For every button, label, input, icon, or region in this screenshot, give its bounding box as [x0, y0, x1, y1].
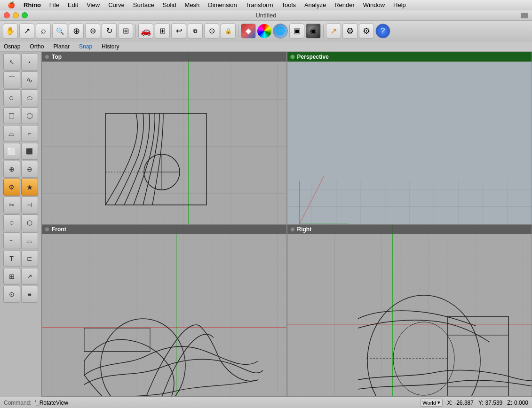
menu-rhino[interactable]: Rhino — [20, 1, 45, 9]
pan-tool-button[interactable]: ✋ — [3, 24, 18, 39]
minimize-button[interactable] — [13, 12, 19, 18]
zoom-out-button[interactable]: ⊖ — [85, 24, 100, 39]
planar-toggle[interactable]: Planar — [53, 43, 70, 50]
window-title: Untitled — [255, 12, 276, 19]
undo-button[interactable]: ↩ — [171, 24, 186, 39]
dim-1-button[interactable]: ○ — [3, 214, 20, 231]
point-tool-button[interactable]: · — [21, 54, 38, 71]
osnap-toggle[interactable]: Osnap — [4, 43, 20, 50]
boolean-union-button[interactable]: ⊕ — [3, 161, 20, 178]
surface-button[interactable]: ⬜ — [3, 143, 20, 160]
menu-view[interactable]: View — [83, 1, 103, 9]
menu-tools[interactable]: Tools — [278, 1, 300, 9]
curve3-button[interactable]: ⌓ — [21, 232, 38, 249]
car-icon-button[interactable]: 🚗 — [138, 24, 153, 39]
zoom-in-button[interactable]: ⊕ — [69, 24, 84, 39]
perspective-viewport-dot — [290, 55, 295, 59]
menu-transform[interactable]: Transform — [242, 1, 277, 9]
freeform-button[interactable]: ∿ — [21, 71, 38, 88]
snap-toggle[interactable]: Snap — [79, 43, 92, 50]
arc-button[interactable]: ⌓ — [3, 125, 20, 142]
trim-button[interactable]: ✂ — [3, 196, 20, 213]
rectangle-button[interactable]: □ — [3, 107, 20, 124]
window-resize-button[interactable] — [521, 13, 528, 18]
analyze-button[interactable]: ⊙ — [3, 286, 20, 303]
menu-solid[interactable]: Solid — [159, 1, 180, 9]
x-label: X: — [447, 400, 453, 406]
world-dropdown-arrow[interactable]: ▾ — [437, 400, 440, 406]
y-label: Y: — [478, 400, 484, 406]
menu-render[interactable]: Render — [331, 1, 358, 9]
lt-row-10: ○ ⬡ — [3, 214, 38, 231]
help-button[interactable]: ? — [375, 24, 390, 39]
circle-button[interactable]: ○ — [3, 89, 20, 106]
perspective-viewport[interactable]: Perspective — [287, 52, 532, 224]
fillet-button[interactable]: ⌐ — [21, 125, 38, 142]
main-toolbar: ✋ ↗ ⌕ 🔍 ⊕ ⊖ ↻ ⊞ 🚗 ⊞ ↩ ⧉ ⊙ 🔒 ◆ 🌐 ▣ ◉ ↗ ⚙ … — [0, 21, 532, 41]
render-preview-button[interactable]: ◆ — [241, 24, 256, 39]
gear-button-2[interactable]: ⚙ — [359, 24, 374, 39]
lt-row-7: ⊕ ⊖ — [3, 161, 38, 178]
menu-mesh[interactable]: Mesh — [181, 1, 204, 9]
dim-2-button[interactable]: ⬡ — [21, 214, 38, 231]
right-viewport[interactable]: Right — [287, 224, 532, 397]
front-viewport-title: Front — [52, 226, 66, 233]
globe-button[interactable]: 🌐 — [273, 24, 288, 39]
extrude-button[interactable]: ⬛ — [21, 143, 38, 160]
ortho-toggle[interactable]: Ortho — [30, 43, 44, 50]
obj-prop-button[interactable]: ↗ — [21, 268, 38, 285]
star-active-button[interactable]: ★ — [21, 179, 38, 196]
scale-button[interactable]: ⊙ — [204, 24, 219, 39]
select-button[interactable]: ↗ — [19, 24, 34, 39]
menu-edit[interactable]: Edit — [64, 1, 82, 9]
svg-rect-28 — [42, 225, 286, 396]
arrow-right-button[interactable]: ↗ — [326, 24, 341, 39]
snap-grid-button[interactable]: ⊞ — [155, 24, 170, 39]
select-arrow-button[interactable]: ↖ — [3, 54, 20, 71]
grid-toggle-button[interactable]: ⊞ — [118, 24, 133, 39]
rotate-view-button[interactable]: ↻ — [102, 24, 117, 39]
lt-row-5: ⌓ ⌐ — [3, 125, 38, 142]
ellipse-button[interactable]: ⬭ — [21, 89, 38, 106]
gear-button-1[interactable]: ⚙ — [342, 24, 357, 39]
close-button[interactable] — [4, 12, 10, 18]
menu-surface[interactable]: Surface — [129, 1, 158, 9]
menu-analyze[interactable]: Analyze — [301, 1, 330, 9]
maximize-button[interactable] — [22, 12, 28, 18]
color-wheel-button[interactable] — [257, 24, 271, 38]
menu-file[interactable]: File — [46, 1, 63, 9]
front-viewport-grid: OceanofDMG — [42, 225, 286, 396]
history-toggle[interactable]: History — [102, 43, 119, 50]
arc2-button[interactable]: ~ — [3, 232, 20, 249]
polygon-button[interactable]: ⬡ — [21, 107, 38, 124]
hatch-button[interactable]: ⊞ — [3, 268, 20, 285]
menu-window[interactable]: Window — [359, 1, 389, 9]
copy-button[interactable]: ⧉ — [188, 24, 203, 39]
left-toolbar: ↖ · ⌒ ∿ ○ ⬭ □ ⬡ ⌓ ⌐ ⬜ ⬛ ⊕ ⊖ ⚙ ★ — [0, 52, 41, 397]
material-button[interactable]: ◉ — [306, 24, 321, 39]
leader-button[interactable]: ⊏ — [21, 250, 38, 267]
lt-row-1: ↖ · — [3, 54, 38, 71]
right-viewport-title: Right — [297, 226, 312, 233]
snap-bar: Osnap Ortho Planar Snap History — [0, 41, 532, 52]
menu-dimension[interactable]: Dimension — [204, 1, 240, 9]
zoom-window-button[interactable]: 🔍 — [52, 24, 67, 39]
layers-button[interactable]: ≡ — [21, 286, 38, 303]
world-selector[interactable]: World ▾ — [420, 399, 443, 407]
menu-curve[interactable]: Curve — [104, 1, 128, 9]
boolean-diff-button[interactable]: ⊖ — [21, 161, 38, 178]
display-mode-button[interactable]: ▣ — [289, 24, 304, 39]
text-button[interactable]: T — [3, 250, 20, 267]
viewport-status-dot — [45, 55, 49, 59]
gear-active-button[interactable]: ⚙ — [3, 179, 20, 196]
top-viewport[interactable]: Top — [41, 52, 287, 224]
menu-help[interactable]: Help — [389, 1, 410, 9]
lock-button[interactable]: 🔒 — [221, 24, 236, 39]
extend-button[interactable]: ⊣ — [21, 196, 38, 213]
front-viewport[interactable]: Front — [41, 224, 287, 397]
curve-points-button[interactable]: ⌒ — [3, 71, 20, 88]
divider-2 — [238, 24, 238, 38]
zoom-extents-button[interactable]: ⌕ — [36, 24, 51, 39]
front-viewport-dot — [45, 227, 49, 232]
apple-menu[interactable]: 🍎 — [4, 1, 19, 9]
